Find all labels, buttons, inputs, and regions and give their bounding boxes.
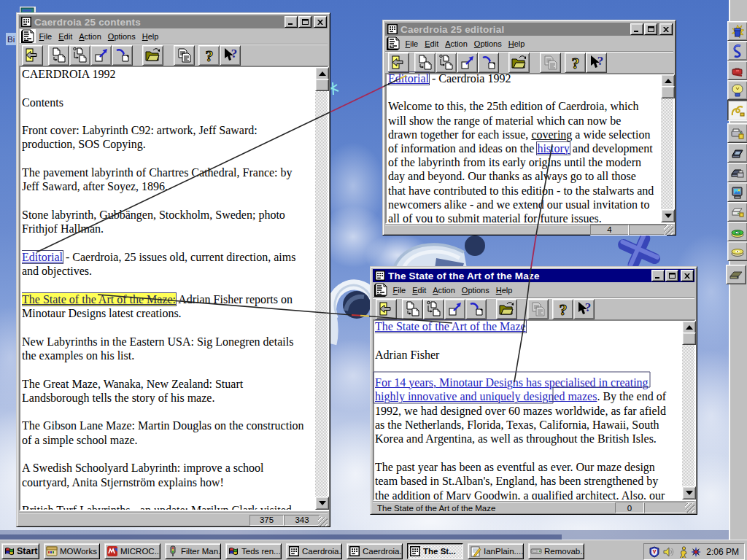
svg-text:Bi: Bi: [7, 35, 15, 44]
svg-text:CN: CN: [735, 230, 740, 235]
